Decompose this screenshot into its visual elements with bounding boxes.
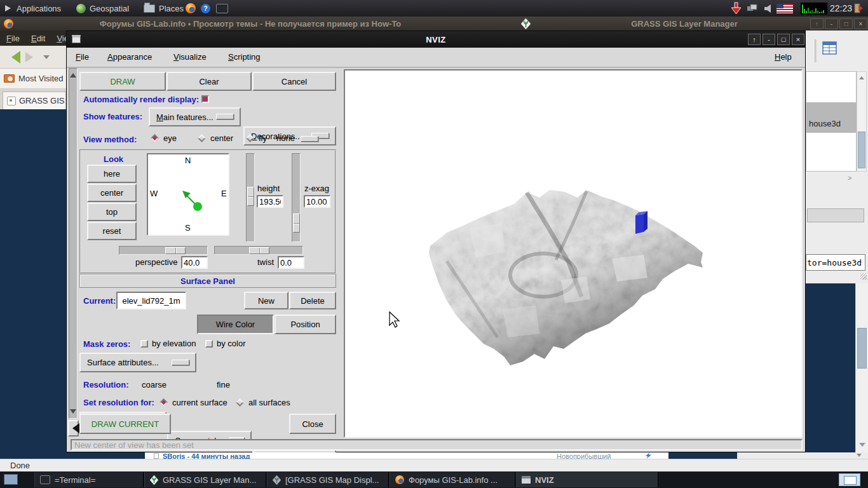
back-button[interactable] — [5, 51, 20, 64]
layer-manager-titlebar[interactable]: GRASS GIS Layer Manager ↑ - □ × — [501, 17, 868, 31]
scrollbar-thumb[interactable] — [857, 328, 867, 369]
ff-menu-edit[interactable]: Edit — [31, 34, 45, 43]
displays-indicator[interactable] — [747, 0, 757, 17]
surface-attributes-dropdown[interactable]: Surface attributes... — [79, 353, 196, 372]
history-dropdown-icon[interactable] — [43, 55, 50, 62]
menu-help[interactable]: Help — [775, 52, 792, 62]
task-nviz[interactable]: NVIZ — [516, 472, 658, 487]
ff-menu-view[interactable]: Vie — [57, 34, 66, 43]
volume-indicator[interactable] — [764, 0, 771, 17]
firefox-launcher[interactable] — [186, 0, 196, 17]
task-grass-layer-manager[interactable]: GRASS GIS Layer Man... — [144, 472, 266, 487]
ff-menu-file[interactable]: File — [6, 34, 20, 43]
tab-grass-gis[interactable]: GRASS GIS: — [3, 92, 66, 109]
twist-input[interactable] — [278, 256, 304, 269]
zexag-input[interactable] — [304, 195, 330, 208]
most-visited-label[interactable]: Most Visited — [18, 74, 64, 83]
resize-grip[interactable] — [860, 273, 867, 280]
menu-file[interactable]: File — [76, 52, 89, 62]
perspective-slider[interactable] — [119, 246, 208, 255]
lm-maximize-button[interactable]: □ — [839, 18, 853, 29]
scroll-down-icon[interactable] — [859, 443, 865, 450]
twist-slider[interactable] — [214, 246, 303, 255]
height-input[interactable] — [257, 195, 283, 208]
page-scrollbar[interactable] — [855, 283, 868, 452]
mask-elevation-checkbox[interactable] — [140, 340, 148, 348]
auto-render-checkbox[interactable] — [201, 95, 209, 103]
places-menu[interactable]: Places — [144, 0, 184, 17]
scroll-down-icon[interactable] — [70, 409, 76, 417]
forward-button[interactable] — [25, 52, 38, 62]
layer-list[interactable]: house3d — [806, 71, 857, 172]
nviz-3d-viewport[interactable] — [344, 69, 803, 438]
system-monitor[interactable] — [801, 0, 827, 17]
twist-slider-thumb[interactable] — [249, 247, 269, 254]
layer-list-scrollbar[interactable] — [857, 71, 867, 172]
clock[interactable]: 22:23 — [830, 0, 852, 17]
menu-appearance[interactable]: Appearance — [107, 52, 152, 62]
nviz-minimize-button[interactable]: - — [763, 34, 775, 45]
view-position-compass[interactable]: N S W E — [147, 153, 229, 236]
zexag-slider-thumb[interactable] — [293, 214, 300, 233]
lm-button-bar[interactable] — [807, 208, 864, 222]
look-center-button[interactable]: center — [87, 184, 137, 202]
firefox-titlebar[interactable]: Форумы GIS-Lab.info • Просмотр темы - Не… — [0, 17, 501, 31]
close-panel-button[interactable]: Close — [289, 414, 336, 434]
terminal-launcher[interactable] — [216, 0, 228, 17]
task-grass-map-display[interactable]: [GRASS GIS Map Displ... — [267, 472, 389, 487]
selected-layer-row[interactable]: house3d — [806, 102, 856, 133]
keyboard-layout-indicator[interactable] — [776, 0, 793, 17]
view-eye-radio[interactable] — [151, 134, 159, 142]
menu-visualize[interactable]: Visualize — [173, 52, 207, 62]
wire-color-button[interactable]: Wire Color — [197, 315, 274, 334]
menu-scripting[interactable]: Scripting — [228, 52, 261, 62]
scroll-up-icon[interactable] — [70, 70, 76, 78]
all-surfaces-radio[interactable] — [236, 398, 244, 407]
lm-shade-button[interactable]: ↑ — [810, 18, 824, 29]
height-slider-thumb[interactable] — [247, 187, 254, 206]
workspace-switcher[interactable] — [839, 473, 860, 486]
new-surface-button[interactable]: New — [244, 292, 288, 309]
nviz-shade-button[interactable]: ↑ — [748, 34, 761, 45]
view-center-radio[interactable] — [198, 134, 206, 142]
show-desktop-button[interactable] — [4, 474, 18, 485]
draw-button[interactable]: DRAW — [79, 72, 166, 91]
nviz-close-button[interactable]: × — [792, 34, 804, 45]
look-here-button[interactable]: here — [87, 165, 137, 183]
delete-surface-button[interactable]: Delete — [289, 292, 336, 309]
panel-horizontal-scrollbar[interactable] — [68, 420, 79, 437]
lm-close-button[interactable]: × — [854, 18, 867, 29]
nviz-maximize-button[interactable]: □ — [777, 34, 790, 45]
task-terminal[interactable]: =Terminal= — [34, 472, 144, 487]
current-surface-input[interactable]: elev_lid792_1m — [116, 292, 186, 309]
cancel-button[interactable]: Cancel — [252, 72, 336, 91]
mask-color-checkbox[interactable] — [205, 340, 213, 348]
scrollbar-thumb[interactable] — [858, 132, 865, 168]
look-top-button[interactable]: top — [87, 203, 137, 221]
height-slider[interactable] — [246, 153, 255, 242]
vector-command-input[interactable] — [806, 254, 865, 271]
fly-mode-dropdown[interactable] — [301, 136, 318, 142]
updates-indicator[interactable] — [731, 0, 742, 17]
look-reset-button[interactable]: reset — [87, 222, 137, 240]
zexag-slider[interactable] — [292, 153, 301, 242]
draw-current-button[interactable]: DRAW CURRENT — [79, 414, 171, 434]
help-launcher[interactable]: ? — [201, 0, 210, 17]
attribute-table-icon[interactable] — [822, 41, 837, 56]
perspective-slider-thumb[interactable] — [165, 247, 186, 254]
applications-menu[interactable]: Applications — [5, 0, 61, 17]
scroll-down-icon[interactable] — [857, 454, 862, 459]
post-author-fragment[interactable]: SBoris - 44 минуты назад — [163, 452, 250, 459]
logout-button[interactable] — [854, 0, 864, 17]
main-features-dropdown[interactable]: Main features... — [149, 107, 241, 126]
perspective-input[interactable] — [181, 256, 208, 269]
scroll-right-icon[interactable]: > — [848, 174, 851, 182]
current-surface-radio[interactable] — [159, 398, 168, 407]
position-button[interactable]: Position — [275, 315, 336, 334]
clear-button[interactable]: Clear — [166, 72, 252, 91]
panel-vertical-scrollbar[interactable] — [69, 68, 78, 419]
task-firefox-forum[interactable]: Форумы GIS-Lab.info ... — [390, 472, 515, 487]
lm-minimize-button[interactable]: - — [825, 18, 838, 29]
nviz-titlebar[interactable]: NVIZ ↑ - □ × — [67, 31, 805, 48]
geospatial-menu[interactable]: Geospatial — [76, 0, 129, 17]
